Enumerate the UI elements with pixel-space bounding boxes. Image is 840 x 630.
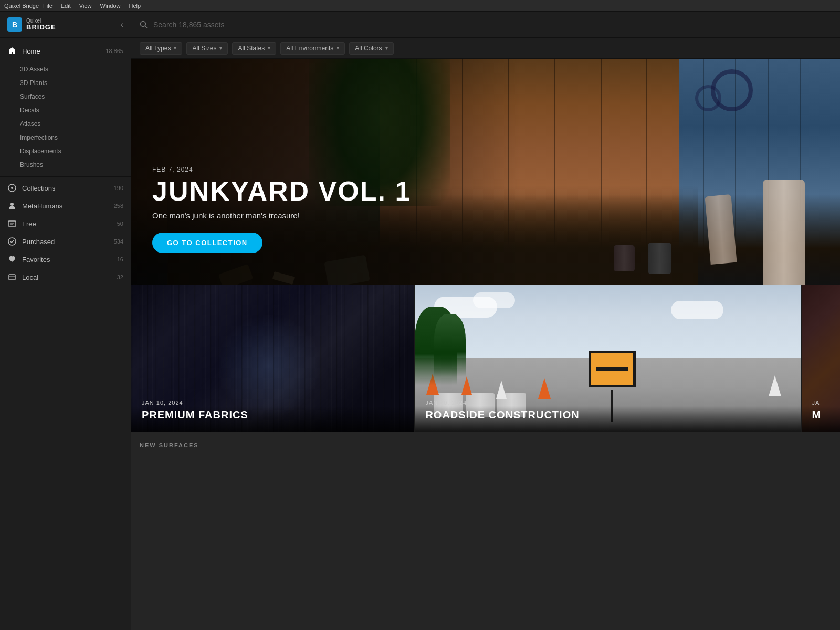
hero-go-to-collection-button[interactable]: GO TO COLLECTION bbox=[152, 233, 262, 253]
sidebar-item-purchased[interactable]: Purchased 534 bbox=[0, 233, 131, 250]
sidebar-navigation: Home 18,865 3D Assets 3D Plants Surfaces bbox=[0, 38, 131, 290]
hero-content: FEB 7, 2024 JUNKYARD VOL. 1 One man's ju… bbox=[152, 166, 411, 253]
concrete-pillar bbox=[763, 180, 805, 285]
collapse-sidebar-button[interactable]: ‹ bbox=[121, 20, 123, 29]
collection-cards-row: JAN 10, 2024 PREMIUM FABRICS bbox=[131, 285, 840, 432]
sidebar-item-home[interactable]: Home 18,865 bbox=[0, 42, 131, 60]
purchased-label: Purchased bbox=[22, 238, 114, 246]
hero-date: FEB 7, 2024 bbox=[152, 166, 411, 173]
logo-icon: B bbox=[7, 17, 22, 32]
sidebar-logo: B Quixel BRIDGE ‹ bbox=[0, 12, 131, 38]
sidebar-item-displacements[interactable]: Displacements bbox=[0, 144, 131, 158]
sidebar-item-collections[interactable]: Collections 190 bbox=[0, 179, 131, 197]
collection-card-roadside-construction[interactable]: JAN 10, 2024 ROADSIDE CONSTRUCTION bbox=[415, 285, 801, 432]
cloud-2 bbox=[473, 292, 515, 308]
svg-point-2 bbox=[10, 203, 14, 206]
free-label: Free bbox=[22, 220, 117, 228]
filter-sizes[interactable]: All Sizes ▾ bbox=[186, 42, 228, 55]
hero-subtitle: One man's junk is another man's treasure… bbox=[152, 211, 411, 220]
construction-sign bbox=[589, 351, 636, 387]
sidebar-item-local[interactable]: Local 32 bbox=[0, 268, 131, 286]
card-construction-overlay: JAN 10, 2024 ROADSIDE CONSTRUCTION bbox=[415, 389, 800, 432]
sidebar-item-brushes[interactable]: Brushes bbox=[0, 158, 131, 172]
filter-states-arrow: ▾ bbox=[268, 45, 270, 51]
svg-rect-5 bbox=[9, 275, 15, 280]
filter-states[interactable]: All States ▾ bbox=[232, 42, 276, 55]
sidebar-item-imperfections[interactable]: Imperfections bbox=[0, 131, 131, 144]
search-input[interactable] bbox=[153, 20, 832, 29]
new-surfaces-section-label: NEW SURFACES bbox=[131, 432, 840, 454]
purchased-count: 534 bbox=[114, 238, 123, 245]
local-count: 32 bbox=[117, 274, 123, 280]
search-bar bbox=[131, 12, 840, 38]
filter-environments[interactable]: All Environments ▾ bbox=[280, 42, 345, 55]
purchased-icon bbox=[7, 237, 17, 246]
collections-label: Collections bbox=[22, 184, 114, 192]
sidebar-divider-1 bbox=[0, 176, 131, 177]
sub-navigation: 3D Assets 3D Plants Surfaces Decals Atla… bbox=[0, 60, 131, 174]
menu-file[interactable]: File bbox=[43, 3, 52, 9]
filter-types[interactable]: All Types ▾ bbox=[140, 42, 182, 55]
hero-banner[interactable]: FEB 7, 2024 JUNKYARD VOL. 1 One man's ju… bbox=[131, 59, 840, 285]
local-label: Local bbox=[22, 274, 117, 281]
filter-sizes-arrow: ▾ bbox=[219, 45, 222, 51]
sidebar-item-3d-assets[interactable]: 3D Assets bbox=[0, 62, 131, 76]
filter-colors-arrow: ▾ bbox=[385, 45, 388, 51]
sidebar-item-decals[interactable]: Decals bbox=[0, 103, 131, 117]
tree-2 bbox=[434, 314, 466, 377]
svg-rect-3 bbox=[8, 221, 16, 226]
card-construction-date: JAN 10, 2024 bbox=[425, 400, 790, 406]
sidebar-item-favorites[interactable]: Favorites 16 bbox=[0, 250, 131, 268]
menu-bar: File Edit View Window Help bbox=[43, 3, 141, 9]
main-layout: B Quixel BRIDGE ‹ Home 18,865 bbox=[0, 12, 840, 630]
svg-line-8 bbox=[145, 26, 148, 28]
search-icon bbox=[140, 20, 148, 29]
menu-view[interactable]: View bbox=[79, 3, 92, 9]
favorites-icon bbox=[7, 255, 17, 264]
filter-types-arrow: ▾ bbox=[174, 45, 176, 51]
menu-edit[interactable]: Edit bbox=[61, 3, 71, 9]
metahumans-label: MetaHumans bbox=[22, 202, 114, 210]
collection-card-premium-fabrics[interactable]: JAN 10, 2024 PREMIUM FABRICS bbox=[131, 285, 415, 432]
metahumans-icon bbox=[7, 201, 17, 211]
app-title: Quixel Bridge bbox=[4, 3, 39, 9]
collections-icon bbox=[7, 183, 17, 193]
card-construction-title: ROADSIDE CONSTRUCTION bbox=[425, 409, 790, 421]
barrel-2 bbox=[614, 245, 635, 271]
home-count: 18,865 bbox=[106, 48, 123, 54]
sidebar-item-metahumans[interactable]: MetaHumans 258 bbox=[0, 197, 131, 215]
favorites-count: 16 bbox=[117, 256, 123, 262]
barrel-1 bbox=[648, 243, 671, 274]
pipe-1 bbox=[705, 194, 737, 265]
content-scroll[interactable]: FEB 7, 2024 JUNKYARD VOL. 1 One man's ju… bbox=[131, 59, 840, 630]
sidebar-item-free[interactable]: Free 50 bbox=[0, 215, 131, 233]
metahumans-count: 258 bbox=[114, 203, 123, 209]
collection-card-mystery[interactable]: JA M bbox=[802, 285, 840, 432]
card-fabrics-overlay: JAN 10, 2024 PREMIUM FABRICS bbox=[131, 389, 414, 432]
sidebar: B Quixel BRIDGE ‹ Home 18,865 bbox=[0, 12, 131, 630]
sign-stripe bbox=[596, 368, 628, 371]
svg-point-1 bbox=[11, 187, 13, 189]
favorites-label: Favorites bbox=[22, 256, 117, 264]
card-fabrics-date: JAN 10, 2024 bbox=[142, 400, 403, 406]
filter-colors[interactable]: All Colors ▾ bbox=[349, 42, 393, 55]
free-icon bbox=[7, 219, 17, 228]
card-mystery-title: M bbox=[812, 409, 830, 421]
hero-title: JUNKYARD VOL. 1 bbox=[152, 177, 411, 205]
filter-bar: All Types ▾ All Sizes ▾ All States ▾ All… bbox=[131, 38, 840, 59]
svg-point-7 bbox=[141, 21, 146, 26]
cloud-3 bbox=[671, 301, 723, 319]
logo-text: Quixel BRIDGE bbox=[26, 18, 56, 31]
graffiti-circle-2 bbox=[695, 85, 721, 111]
home-label: Home bbox=[22, 47, 106, 55]
menu-window[interactable]: Window bbox=[100, 3, 120, 9]
menu-help[interactable]: Help bbox=[129, 3, 141, 9]
sidebar-item-3d-plants[interactable]: 3D Plants bbox=[0, 76, 131, 90]
sidebar-item-atlases[interactable]: Atlases bbox=[0, 117, 131, 131]
title-bar: Quixel Bridge File Edit View Window Help bbox=[0, 0, 840, 12]
card-fabrics-title: PREMIUM FABRICS bbox=[142, 409, 403, 421]
collections-count: 190 bbox=[114, 185, 123, 191]
logo-bridge: BRIDGE bbox=[26, 24, 56, 31]
sidebar-item-surfaces[interactable]: Surfaces bbox=[0, 90, 131, 103]
main-content: All Types ▾ All Sizes ▾ All States ▾ All… bbox=[131, 12, 840, 630]
